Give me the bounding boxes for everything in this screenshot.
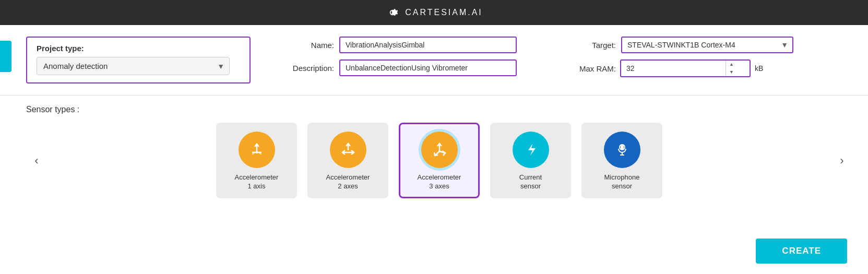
svg-point-14 [438,150,441,152]
svg-rect-18 [621,145,624,150]
sensor-card-current-label: Currentsensor [519,173,542,191]
header-logo: CARTESIAM.AI [385,5,483,20]
target-row: Target: STEVAL-STWINKT1B Cortex-M4 STM32… [564,37,793,53]
description-label: Description: [282,64,334,73]
app-container: CARTESIAM.AI Project type: Anomaly detec… [0,0,868,274]
sensor-card-accel3-label: Accelerometer3 axes [418,173,461,191]
sensor-card-current[interactable]: Currentsensor [490,123,571,198]
description-row: Description: [282,59,532,76]
carousel-next-button[interactable]: › [831,150,852,171]
project-type-label: Project type: [37,44,240,53]
sensor-carousel: ‹ [26,123,852,198]
sensor-icon-current [513,132,549,168]
carousel-prev-button[interactable]: ‹ [26,150,47,171]
ram-down-button[interactable]: ▼ [726,68,737,76]
max-ram-row: Max RAM: ▲ ▼ kB [564,59,793,77]
sensor-icon-accel3 [421,132,458,168]
sensor-icon-microphone [604,132,640,168]
target-label: Target: [564,41,616,50]
sensor-card-accel2[interactable]: Accelerometer2 axes [307,123,388,198]
sensor-card-accel3[interactable]: Accelerometer3 axes [399,123,480,198]
name-input[interactable] [339,37,517,53]
sensor-card-accel1-label: Accelerometer1 axis [235,173,279,191]
main-content: Project type: Anomaly detection Classifi… [0,25,868,274]
svg-point-3 [256,151,258,153]
accel2-svg [338,140,358,160]
ram-up-button[interactable]: ▲ [726,61,737,68]
accel3-svg [430,140,449,160]
project-type-select[interactable]: Anomaly detection Classification Regress… [37,57,230,75]
description-input[interactable] [339,59,517,76]
max-ram-label: Max RAM: [564,64,616,73]
accel1-svg [247,140,267,160]
create-button[interactable]: CREATE [756,239,847,264]
ram-spinners: ▲ ▼ [726,61,737,76]
sensor-icon-accel2 [330,132,366,168]
sensor-icon-accel1 [239,132,275,168]
sensor-cards-wrapper: Accelerometer1 axis [47,123,831,198]
target-section: Target: STEVAL-STWINKT1B Cortex-M4 STM32… [564,37,793,77]
ram-input[interactable] [621,61,726,76]
microphone-svg [612,140,632,160]
header: CARTESIAM.AI [0,0,868,25]
left-tab-accent [0,41,11,72]
ram-unit: kB [755,64,763,73]
ram-input-wrapper: ▲ ▼ [620,59,751,77]
name-label: Name: [282,41,334,50]
project-type-select-wrapper: Anomaly detection Classification Regress… [37,57,230,75]
form-section: Project type: Anomaly detection Classifi… [0,25,868,96]
sensor-card-microphone-label: Microphonesensor [604,173,640,191]
sensor-section-title: Sensor types : [26,105,852,114]
create-btn-wrapper: CREATE [756,239,847,264]
project-type-box: Project type: Anomaly detection Classifi… [26,37,251,84]
name-row: Name: [282,37,532,53]
target-select-wrapper: STEVAL-STWINKT1B Cortex-M4 STM32L4 STM32… [621,37,793,53]
sensor-section: Sensor types : ‹ [0,96,868,274]
sensor-card-microphone[interactable]: Microphonesensor [581,123,662,198]
current-svg [521,140,541,160]
sensor-card-accel2-label: Accelerometer2 axes [326,173,370,191]
header-title: CARTESIAM.AI [405,8,483,17]
sensor-card-accel1[interactable]: Accelerometer1 axis [216,123,297,198]
gear-icon [385,5,400,20]
target-select[interactable]: STEVAL-STWINKT1B Cortex-M4 STM32L4 STM32… [621,37,793,53]
name-desc-section: Name: Description: [282,37,532,76]
